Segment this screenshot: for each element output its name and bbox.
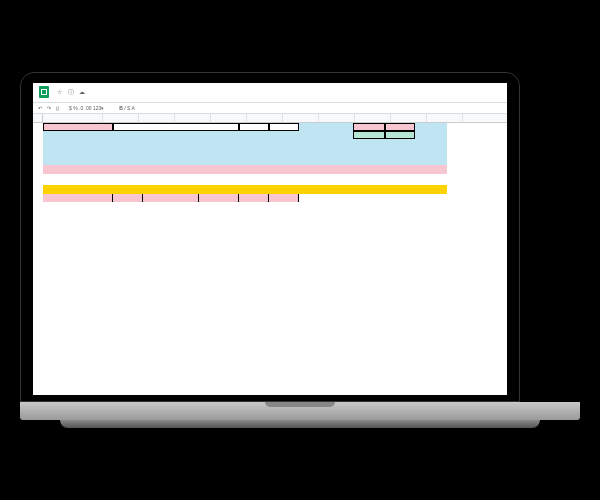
print-icon[interactable]: ⎙ xyxy=(55,105,60,111)
col-d[interactable] xyxy=(175,114,211,122)
laptop-foot xyxy=(60,420,540,428)
determine-header xyxy=(43,165,447,174)
target-box xyxy=(353,123,415,139)
title-icons[interactable]: ☆ ⓘ ☁ xyxy=(57,88,87,97)
tips-row xyxy=(43,174,447,185)
col-b[interactable] xyxy=(103,114,139,122)
col-h[interactable] xyxy=(319,114,355,122)
section-header xyxy=(43,185,447,194)
screen-bezel: ☆ ⓘ ☁ ↶ ↷ ⎙ xyxy=(20,72,520,402)
sheets-header: ☆ ⓘ ☁ xyxy=(33,83,507,103)
laptop-base xyxy=(20,402,580,420)
col-g[interactable] xyxy=(283,114,319,122)
laptop-mockup: ☆ ⓘ ☁ ↶ ↷ ⎙ xyxy=(20,72,580,428)
google-sheets-screen: ☆ ⓘ ☁ ↶ ↷ ⎙ xyxy=(33,83,507,395)
toolbar: ↶ ↷ ⎙ $ % .0 .00 123▾ B I S A xyxy=(33,103,507,114)
col-e[interactable] xyxy=(211,114,247,122)
col-j[interactable] xyxy=(391,114,427,122)
col-k[interactable] xyxy=(427,114,463,122)
column-headers xyxy=(33,114,507,123)
gemiddelde-row xyxy=(43,123,299,131)
sheets-logo-icon xyxy=(39,86,49,98)
col-c[interactable] xyxy=(139,114,175,122)
table-header-row xyxy=(43,194,299,202)
col-a[interactable] xyxy=(43,114,103,122)
undo-icon[interactable]: ↶ xyxy=(37,105,43,111)
redo-icon[interactable]: ↷ xyxy=(46,105,52,111)
col-f[interactable] xyxy=(247,114,283,122)
col-i[interactable] xyxy=(355,114,391,122)
